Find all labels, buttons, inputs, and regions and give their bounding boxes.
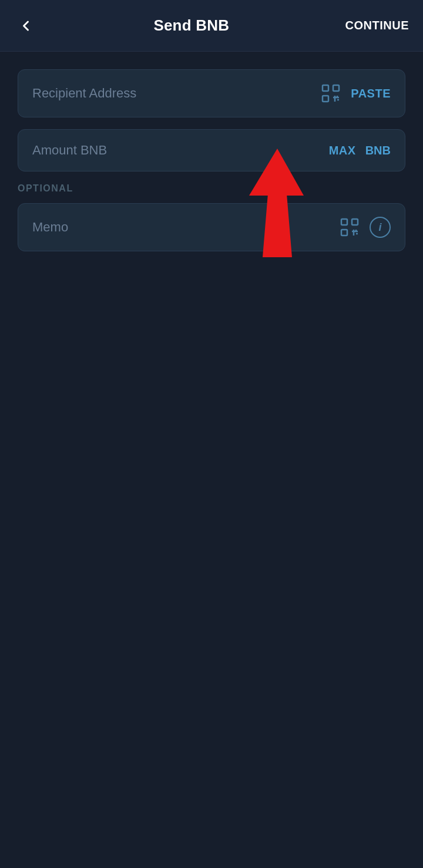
svg-rect-1 (333, 85, 339, 91)
recipient-address-placeholder: Recipient Address (32, 86, 136, 101)
svg-rect-10 (352, 219, 358, 225)
memo-scan-qr-icon (339, 217, 360, 238)
recipient-actions: PASTE (320, 83, 391, 104)
svg-rect-0 (323, 85, 328, 91)
max-button[interactable]: MAX (329, 144, 356, 157)
scan-qr-icon (320, 83, 341, 104)
page-title: Send BNB (153, 16, 229, 35)
bnb-label: BNB (365, 144, 391, 157)
optional-section-label: OPTIONAL (18, 183, 405, 194)
svg-rect-9 (341, 219, 347, 225)
back-arrow-icon (18, 18, 34, 34)
info-char: i (378, 221, 381, 234)
memo-actions: i (339, 217, 391, 238)
memo-placeholder: Memo (32, 220, 68, 235)
continue-button[interactable]: CONTINUE (345, 19, 409, 32)
memo-scan-button[interactable] (339, 217, 360, 238)
recipient-scan-button[interactable] (320, 83, 341, 104)
paste-button[interactable]: PASTE (351, 87, 391, 100)
back-button[interactable] (14, 14, 38, 38)
recipient-address-field[interactable]: Recipient Address PASTE (18, 69, 405, 117)
amount-actions: MAX BNB (329, 144, 391, 157)
main-content: Recipient Address PASTE (0, 52, 423, 251)
memo-info-button[interactable]: i (370, 217, 391, 238)
svg-rect-2 (323, 96, 328, 102)
app-header: Send BNB CONTINUE (0, 0, 423, 52)
amount-field[interactable]: Amount BNB MAX BNB (18, 129, 405, 171)
svg-rect-11 (341, 230, 347, 235)
amount-placeholder: Amount BNB (32, 143, 107, 158)
memo-field[interactable]: Memo i (18, 203, 405, 251)
